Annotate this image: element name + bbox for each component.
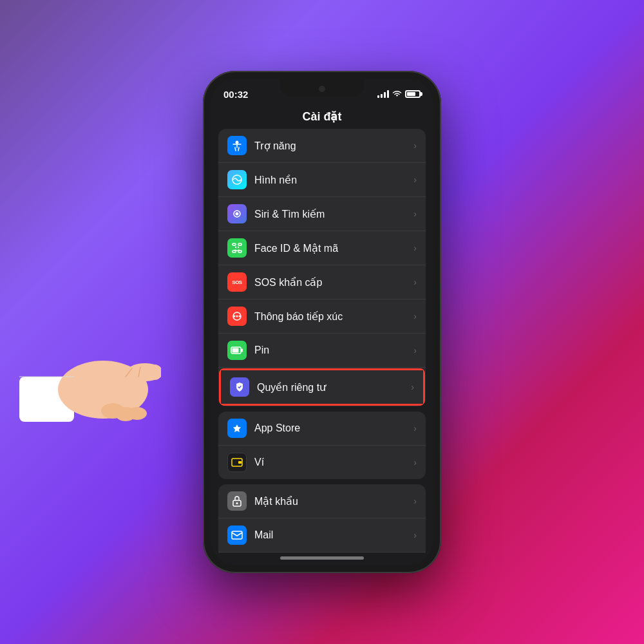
battery-fill: [407, 92, 415, 96]
settings-item-contact-tracing[interactable]: Thông báo tiếp xúc ›: [218, 299, 426, 334]
accessibility-chevron: ›: [413, 140, 417, 151]
status-time: 00:32: [223, 89, 248, 100]
settings-item-siri[interactable]: Siri & Tìm kiếm ›: [218, 197, 426, 231]
hand-pointer: [19, 316, 161, 431]
settings-group-2: App Store › Ví ›: [218, 412, 426, 479]
svg-point-14: [236, 213, 239, 216]
settings-header: Cài đặt: [211, 107, 433, 129]
privacy-label: Quyền riêng tư: [257, 381, 411, 393]
svg-point-23: [236, 316, 238, 317]
svg-point-20: [238, 247, 239, 248]
svg-point-24: [239, 316, 241, 317]
settings-item-sos[interactable]: SOS SOS khẩn cấp ›: [218, 265, 426, 299]
status-icons: [377, 90, 421, 99]
svg-rect-29: [238, 461, 242, 464]
contact-tracing-label: Thông báo tiếp xúc: [254, 310, 413, 323]
page-title: Cài đặt: [302, 110, 341, 123]
settings-item-wallet[interactable]: Ví ›: [218, 446, 426, 479]
sos-text: SOS: [232, 279, 242, 285]
faceid-label: Face ID & Mật mã: [254, 242, 413, 254]
home-indicator: [211, 553, 433, 565]
siri-label: Siri & Tìm kiếm: [254, 208, 413, 220]
accessibility-icon: [227, 136, 247, 155]
passwords-label: Mật khẩu: [254, 495, 413, 507]
svg-point-22: [234, 316, 236, 317]
phone-frame: 00:32: [203, 71, 441, 573]
svg-point-31: [236, 502, 238, 504]
wallet-label: Ví: [254, 457, 413, 468]
sos-label: SOS khẩn cấp: [254, 276, 413, 289]
contact-tracing-icon: [227, 307, 247, 326]
battery-label: Pin: [254, 345, 413, 356]
scroll-area[interactable]: Trợ năng › Hình nền ›: [211, 129, 433, 553]
siri-chevron: ›: [413, 209, 417, 219]
accessibility-label: Trợ năng: [254, 140, 413, 152]
settings-item-wallpaper[interactable]: Hình nền ›: [218, 163, 426, 197]
signal-bar-3: [384, 92, 386, 98]
svg-point-11: [236, 141, 239, 144]
svg-rect-18: [238, 251, 242, 252]
sos-chevron: ›: [413, 277, 417, 287]
mail-icon: [227, 526, 247, 545]
svg-point-19: [235, 247, 236, 248]
scene: 00:32: [0, 0, 644, 644]
svg-rect-27: [232, 348, 239, 353]
faceid-chevron: ›: [413, 243, 417, 253]
battery-icon: [405, 90, 421, 98]
svg-rect-15: [232, 243, 236, 245]
mail-chevron: ›: [413, 530, 417, 540]
faceid-icon: [227, 238, 247, 258]
camera: [319, 86, 325, 92]
phone-screen: 00:32: [211, 79, 433, 565]
contact-tracing-chevron: ›: [413, 311, 417, 321]
settings-item-appstore[interactable]: App Store ›: [218, 412, 426, 446]
wallpaper-icon: [227, 170, 247, 189]
signal-bars-icon: [377, 90, 389, 98]
settings-group-3: Mật khẩu › Mail ›: [218, 484, 426, 553]
signal-bar-2: [381, 94, 383, 98]
signal-bar-1: [377, 95, 379, 98]
svg-point-6: [128, 407, 147, 420]
settings-item-privacy[interactable]: Quyền riêng tư ›: [221, 370, 423, 404]
svg-rect-32: [232, 531, 242, 539]
battery-chevron: ›: [413, 345, 417, 355]
settings-item-battery[interactable]: Pin ›: [218, 334, 426, 368]
signal-bar-4: [387, 90, 389, 98]
appstore-icon: [227, 419, 247, 438]
notch: [280, 79, 364, 97]
svg-rect-26: [241, 349, 243, 352]
home-bar: [280, 556, 364, 560]
passwords-chevron: ›: [413, 496, 417, 506]
settings-item-accessibility[interactable]: Trợ năng ›: [218, 129, 426, 163]
svg-rect-17: [232, 251, 236, 252]
phone-content: 00:32: [211, 79, 433, 565]
settings-item-faceid[interactable]: Face ID & Mật mã ›: [218, 231, 426, 265]
wallet-chevron: ›: [413, 457, 417, 468]
appstore-chevron: ›: [413, 423, 417, 433]
settings-item-mail[interactable]: Mail ›: [218, 518, 426, 553]
wallpaper-chevron: ›: [413, 175, 417, 185]
wallpaper-label: Hình nền: [254, 174, 413, 186]
settings-item-passwords[interactable]: Mật khẩu ›: [218, 484, 426, 518]
wifi-icon: [392, 90, 402, 99]
battery-settings-icon: [227, 341, 247, 360]
settings-group-1: Trợ năng › Hình nền ›: [218, 129, 426, 406]
privacy-highlight-border: Quyền riêng tư ›: [219, 368, 425, 406]
wallet-icon: [227, 453, 247, 472]
privacy-icon: [230, 377, 249, 397]
appstore-label: App Store: [254, 422, 413, 434]
sos-icon: SOS: [227, 272, 247, 292]
svg-rect-16: [238, 243, 242, 245]
siri-icon: [227, 204, 247, 223]
mail-label: Mail: [254, 529, 413, 541]
privacy-chevron: ›: [411, 382, 414, 392]
passwords-icon: [227, 491, 247, 511]
